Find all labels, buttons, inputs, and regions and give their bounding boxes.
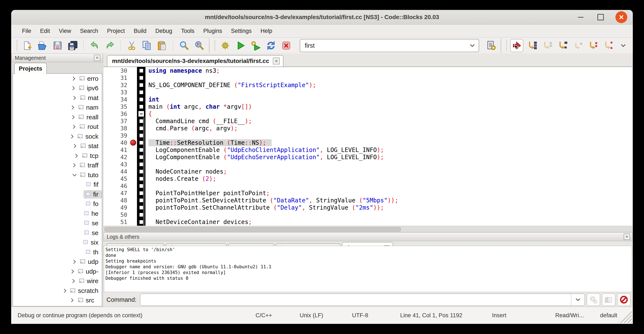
fold-marker[interactable] <box>140 170 143 173</box>
tree-item-he[interactable]: he <box>13 209 102 218</box>
chevron-right-icon[interactable] <box>71 259 78 264</box>
line-number[interactable]: 30 <box>104 67 129 74</box>
code-line-37[interactable]: 37 CommandLine cmd (__FILE__); <box>104 117 632 125</box>
code-line-49[interactable]: 49 pointToPoint.SetChannelAttribute ("De… <box>104 204 632 211</box>
line-number[interactable]: 44 <box>104 168 129 175</box>
fold-margin[interactable] <box>137 74 146 81</box>
chevron-right-icon[interactable] <box>71 95 78 101</box>
rebuild-icon[interactable] <box>264 39 278 52</box>
code-line-40[interactable]: 40 Time::SetResolution (Time::NS); <box>104 139 632 146</box>
tree-item-fo[interactable]: fo <box>13 199 102 209</box>
code-line-44[interactable]: 44 NodeContainer nodes; <box>104 168 632 175</box>
stop-debugger-button[interactable] <box>617 293 631 306</box>
fold-marker[interactable] <box>140 206 143 209</box>
fold-marker[interactable] <box>140 76 143 80</box>
chevron-right-icon[interactable] <box>71 163 78 168</box>
hscrollbar-thumb[interactable] <box>104 227 401 232</box>
chevron-right-icon[interactable] <box>70 124 78 130</box>
next-line-icon[interactable] <box>541 39 554 52</box>
code-line-34[interactable]: 34int <box>104 96 632 103</box>
fold-margin[interactable] <box>137 153 146 161</box>
fold-marker[interactable] <box>140 184 143 188</box>
line-number[interactable]: 50 <box>104 211 129 218</box>
fold-margin[interactable] <box>137 89 146 96</box>
tree-item-nam[interactable]: nam <box>13 103 102 113</box>
code-line-52[interactable]: 52 devices = pointToPoint.Install (nodes… <box>104 225 632 226</box>
step-into-instruction-icon[interactable] <box>602 39 615 52</box>
menu-debug[interactable]: Debug <box>151 25 177 37</box>
next-instruction-icon[interactable] <box>586 39 600 52</box>
fold-marker[interactable] <box>140 220 143 224</box>
chevron-right-icon[interactable] <box>70 76 78 81</box>
tree-item-fir[interactable]: fir <box>13 189 102 199</box>
line-number[interactable]: 45 <box>104 175 129 182</box>
chevron-down-icon[interactable] <box>571 294 584 305</box>
tree-item-udp-[interactable]: udp- <box>13 267 102 276</box>
fold-margin[interactable] <box>137 225 146 226</box>
fold-marker[interactable] <box>140 119 143 123</box>
code-line-31[interactable]: 31 <box>104 74 632 81</box>
code-line-51[interactable]: 51 NetDeviceContainer devices; <box>104 218 632 225</box>
fold-margin[interactable] <box>137 218 146 225</box>
line-number[interactable]: 39 <box>104 132 129 139</box>
editor-tab[interactable]: mnt/dev/tools/source/ns-3-dev/examples/t… <box>107 55 284 67</box>
tree-item-udp[interactable]: udp <box>13 257 102 267</box>
fold-marker[interactable] <box>140 105 143 109</box>
tree-item-ipv6[interactable]: ipv6 <box>13 84 102 93</box>
debug-continue-icon[interactable] <box>510 39 523 52</box>
fold-margin[interactable] <box>137 161 146 168</box>
fold-margin[interactable] <box>137 204 146 211</box>
fold-marker[interactable] <box>140 127 143 130</box>
maximize-button[interactable] <box>596 12 606 22</box>
chevron-right-icon[interactable] <box>68 297 76 303</box>
tree-item-fif[interactable]: fif <box>13 180 102 190</box>
tree-item-tuto[interactable]: tuto <box>13 170 102 180</box>
fold-marker[interactable] <box>140 83 143 87</box>
minimize-button[interactable] <box>576 12 586 22</box>
run-icon[interactable] <box>234 39 247 52</box>
code-line-45[interactable]: 45 nodes.Create (2); <box>104 175 632 182</box>
open-file-icon[interactable] <box>36 39 49 52</box>
chevron-right-icon[interactable] <box>71 143 78 149</box>
fold-marker[interactable] <box>140 199 143 202</box>
copy-icon[interactable] <box>140 39 154 52</box>
fold-marker[interactable] <box>140 191 143 195</box>
line-number[interactable]: 38 <box>104 125 129 132</box>
menu-settings[interactable]: Settings <box>226 25 256 37</box>
logs-close-icon[interactable]: × <box>624 233 630 240</box>
fold-marker[interactable] <box>140 177 143 181</box>
paste-icon[interactable] <box>156 39 169 52</box>
line-number[interactable]: 37 <box>104 118 129 124</box>
tree-item-mat[interactable]: mat <box>13 93 102 103</box>
save-icon[interactable] <box>51 39 64 52</box>
fold-margin[interactable] <box>137 175 146 182</box>
line-number[interactable]: 35 <box>104 103 129 110</box>
code-line-30[interactable]: 30using namespace ns3; <box>104 67 632 74</box>
menu-edit[interactable]: Edit <box>36 25 54 37</box>
tree-item-six[interactable]: six <box>13 238 102 247</box>
tree-item-se[interactable]: se <box>13 218 102 228</box>
fold-margin[interactable] <box>137 110 146 117</box>
code-line-36[interactable]: 36{ <box>104 110 632 117</box>
fold-margin[interactable] <box>137 139 146 146</box>
tree-item-rout[interactable]: rout <box>13 122 102 132</box>
chevron-right-icon[interactable] <box>70 114 77 120</box>
titlebar[interactable]: mnt/dev/tools/source/ns-3-dev/examples/t… <box>11 10 633 25</box>
fold-margin[interactable] <box>137 125 146 132</box>
line-number[interactable]: 43 <box>104 161 129 168</box>
tree-item-wire[interactable]: wire <box>13 276 102 286</box>
line-number[interactable]: 42 <box>104 154 129 160</box>
fold-collapse-icon[interactable] <box>138 111 144 117</box>
line-number[interactable]: 31 <box>104 75 129 81</box>
new-file-icon[interactable] <box>20 39 34 52</box>
fold-margin[interactable] <box>137 189 146 197</box>
tree-item-sock[interactable]: sock <box>13 132 102 141</box>
code-line-42[interactable]: 42 LogComponentEnable ("UdpEchoServerApp… <box>104 153 632 161</box>
abort-icon[interactable] <box>280 39 293 52</box>
line-number[interactable]: 51 <box>104 219 129 225</box>
line-number[interactable]: 48 <box>104 197 129 204</box>
menu-build[interactable]: Build <box>129 25 151 37</box>
chevron-right-icon[interactable] <box>69 269 76 274</box>
chevron-right-icon[interactable] <box>70 105 76 110</box>
fold-margin[interactable] <box>137 81 146 89</box>
